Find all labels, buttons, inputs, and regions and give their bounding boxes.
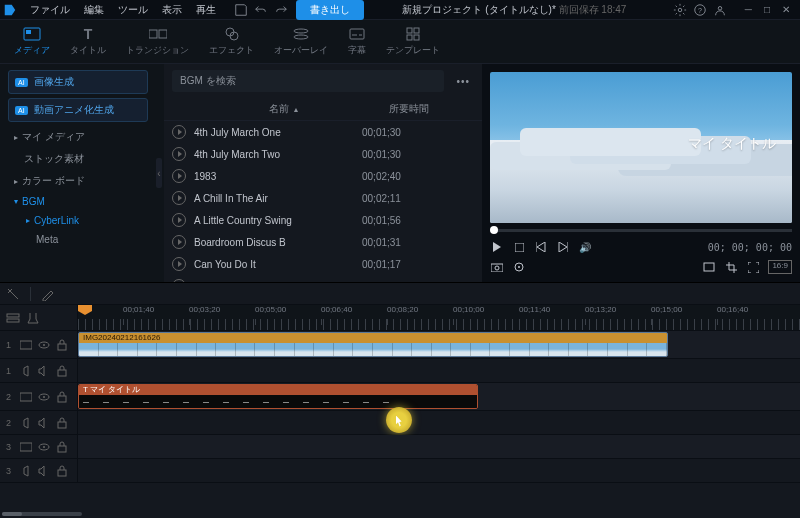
lock-icon[interactable] [56, 339, 68, 351]
sidebar-item-bgm[interactable]: ▾BGM [8, 192, 148, 211]
sidebar-item-stock[interactable]: ストック素材 [8, 148, 148, 170]
column-duration[interactable]: 所要時間 [374, 102, 444, 116]
play-icon[interactable] [172, 169, 186, 183]
play-icon[interactable] [172, 147, 186, 161]
visibility-icon[interactable] [38, 391, 50, 403]
play-icon[interactable] [172, 191, 186, 205]
preview-scrubber[interactable] [490, 229, 792, 232]
stop-button[interactable] [512, 240, 526, 254]
lock-icon[interactable] [56, 417, 68, 429]
play-button[interactable] [490, 240, 504, 254]
list-item[interactable]: A Chill In The Air00;02;11 [164, 187, 482, 209]
lock-icon[interactable] [56, 441, 68, 453]
tab-title[interactable]: T タイトル [64, 24, 112, 59]
list-item[interactable]: 4th July March Two00;01;30 [164, 143, 482, 165]
list-item[interactable]: Can You Do It00;01;17 [164, 253, 482, 275]
preview-viewport[interactable]: マイ タイトル [490, 72, 792, 223]
ai-video-anime-button[interactable]: AI 動画アニメ化生成 [8, 98, 148, 122]
edit-tool-icon[interactable] [41, 287, 55, 301]
save-icon[interactable] [234, 3, 248, 17]
play-icon[interactable] [172, 235, 186, 249]
track-head-3-audio[interactable]: 3 [0, 459, 78, 482]
sidebar-item-colorboard[interactable]: ▸カラー ボード [8, 170, 148, 192]
column-name[interactable]: 名前▲ [194, 102, 374, 116]
track-body-3-audio[interactable] [78, 459, 800, 482]
tab-template[interactable]: テンプレート [380, 24, 446, 59]
prev-frame-button[interactable] [534, 240, 548, 254]
quality-icon[interactable] [512, 260, 526, 274]
timeline-view-icon[interactable] [6, 311, 20, 325]
title-clip[interactable]: T マイ タイトル [78, 384, 478, 409]
track-head-1-video[interactable]: 1 [0, 331, 78, 358]
close-button[interactable]: ✕ [782, 4, 790, 15]
fit-icon[interactable] [702, 260, 716, 274]
track-head-1-audio[interactable]: 1 [0, 359, 78, 382]
svg-rect-12 [350, 29, 364, 39]
timeline-h-scrollbar[interactable] [2, 512, 82, 516]
menu-view[interactable]: 表示 [156, 0, 188, 20]
maximize-button[interactable]: □ [764, 4, 770, 15]
tab-overlay[interactable]: オーバーレイ [268, 24, 334, 59]
split-tool-icon[interactable] [6, 287, 20, 301]
play-icon[interactable] [172, 125, 186, 139]
volume-icon[interactable]: 🔊 [578, 240, 592, 254]
track-head-2-audio[interactable]: 2 [0, 411, 78, 434]
timeline-ruler[interactable]: 00;01;4000;03;2000;05;0000;06;4000;08;20… [78, 305, 800, 330]
lock-icon[interactable] [56, 365, 68, 377]
snapshot-icon[interactable] [490, 260, 504, 274]
track-head-2-video[interactable]: 2 [0, 383, 78, 410]
tab-subtitle[interactable]: 字幕 [342, 24, 372, 59]
mute-icon[interactable] [38, 365, 50, 377]
next-frame-button[interactable] [556, 240, 570, 254]
fullscreen-icon[interactable] [746, 260, 760, 274]
list-item[interactable]: Boardroom Discus B00;01;31 [164, 231, 482, 253]
lock-icon[interactable] [56, 391, 68, 403]
track-body-3-video[interactable] [78, 435, 800, 458]
sidebar-item-meta[interactable]: Meta [8, 230, 148, 249]
export-button[interactable]: 書き出し [296, 0, 364, 20]
list-item[interactable]: Capri Twist00;01;09 [164, 275, 482, 282]
menu-tool[interactable]: ツール [112, 0, 154, 20]
visibility-icon[interactable] [38, 441, 50, 453]
help-icon[interactable]: ? [693, 3, 707, 17]
visibility-icon[interactable] [38, 339, 50, 351]
menu-play[interactable]: 再生 [190, 0, 222, 20]
menu-file[interactable]: ファイル [24, 0, 76, 20]
redo-icon[interactable] [274, 3, 288, 17]
undo-icon[interactable] [254, 3, 268, 17]
more-options-button[interactable]: ••• [452, 76, 474, 87]
play-icon[interactable] [172, 257, 186, 271]
tab-transition[interactable]: トランジション [120, 24, 195, 59]
item-name: 4th July March Two [194, 149, 354, 160]
tab-media[interactable]: メディア [8, 24, 56, 59]
track-body-1-audio[interactable] [78, 359, 800, 382]
list-item[interactable]: 198300;02;40 [164, 165, 482, 187]
sidebar-item-cyberlink[interactable]: ▸CyberLink [8, 211, 148, 230]
crop-icon[interactable] [724, 260, 738, 274]
list-item[interactable]: A Little Country Swing00;01;56 [164, 209, 482, 231]
search-input[interactable]: BGM を検索 [172, 70, 444, 92]
menu-edit[interactable]: 編集 [78, 0, 110, 20]
account-icon[interactable] [713, 3, 727, 17]
track-head-3-video[interactable]: 3 [0, 435, 78, 458]
play-icon[interactable] [172, 213, 186, 227]
track-body-2-audio[interactable] [78, 411, 800, 434]
play-icon[interactable] [172, 279, 186, 282]
sidebar-splitter[interactable] [154, 64, 164, 282]
ai-image-gen-button[interactable]: AI 画像生成 [8, 70, 148, 94]
mute-icon[interactable] [38, 465, 50, 477]
snap-icon[interactable] [26, 311, 40, 325]
list-item[interactable]: 4th July March One00;01;30 [164, 121, 482, 143]
browser-list[interactable]: 4th July March One00;01;304th July March… [164, 121, 482, 282]
sidebar-item-my-media[interactable]: ▸マイ メディア [8, 126, 148, 148]
mute-icon[interactable] [38, 417, 50, 429]
lock-icon[interactable] [56, 465, 68, 477]
track-body-2-video[interactable]: T マイ タイトル [78, 383, 800, 410]
minimize-button[interactable]: ─ [745, 4, 752, 15]
video-clip[interactable]: IMG20240212161626 [78, 332, 668, 357]
timeline-ruler-controls [0, 305, 78, 330]
aspect-ratio-button[interactable]: 16:9 [768, 260, 792, 274]
tab-effect[interactable]: エフェクト [203, 24, 260, 59]
settings-icon[interactable] [673, 3, 687, 17]
track-body-1-video[interactable]: IMG20240212161626 [78, 331, 800, 358]
